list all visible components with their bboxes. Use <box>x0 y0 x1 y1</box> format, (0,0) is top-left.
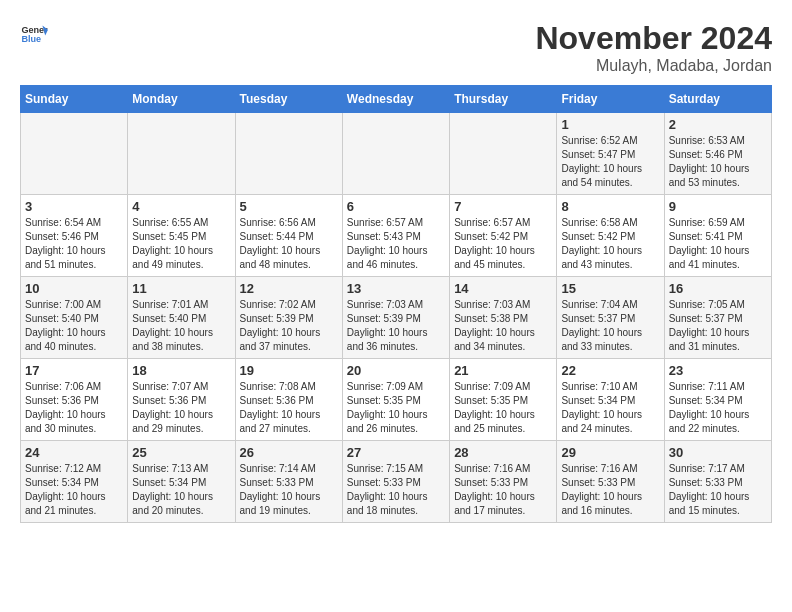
cell-info: Sunrise: 6:56 AM Sunset: 5:44 PM Dayligh… <box>240 216 338 272</box>
cell-info: Sunrise: 6:52 AM Sunset: 5:47 PM Dayligh… <box>561 134 659 190</box>
day-number: 1 <box>561 117 659 132</box>
day-number: 7 <box>454 199 552 214</box>
day-number: 28 <box>454 445 552 460</box>
location-title: Mulayh, Madaba, Jordan <box>535 57 772 75</box>
month-title: November 2024 <box>535 20 772 57</box>
cell-info: Sunrise: 7:16 AM Sunset: 5:33 PM Dayligh… <box>454 462 552 518</box>
day-number: 17 <box>25 363 123 378</box>
cell-info: Sunrise: 7:01 AM Sunset: 5:40 PM Dayligh… <box>132 298 230 354</box>
day-number: 26 <box>240 445 338 460</box>
cell-info: Sunrise: 7:07 AM Sunset: 5:36 PM Dayligh… <box>132 380 230 436</box>
title-block: November 2024 Mulayh, Madaba, Jordan <box>535 20 772 75</box>
calendar-cell: 22Sunrise: 7:10 AM Sunset: 5:34 PM Dayli… <box>557 359 664 441</box>
day-number: 30 <box>669 445 767 460</box>
cell-info: Sunrise: 7:02 AM Sunset: 5:39 PM Dayligh… <box>240 298 338 354</box>
svg-text:Blue: Blue <box>21 34 41 44</box>
calendar-cell <box>21 113 128 195</box>
calendar-cell: 5Sunrise: 6:56 AM Sunset: 5:44 PM Daylig… <box>235 195 342 277</box>
day-number: 24 <box>25 445 123 460</box>
day-number: 12 <box>240 281 338 296</box>
calendar-body: 1Sunrise: 6:52 AM Sunset: 5:47 PM Daylig… <box>21 113 772 523</box>
cell-info: Sunrise: 6:58 AM Sunset: 5:42 PM Dayligh… <box>561 216 659 272</box>
cell-info: Sunrise: 7:09 AM Sunset: 5:35 PM Dayligh… <box>454 380 552 436</box>
calendar-cell: 21Sunrise: 7:09 AM Sunset: 5:35 PM Dayli… <box>450 359 557 441</box>
calendar-week-row: 10Sunrise: 7:00 AM Sunset: 5:40 PM Dayli… <box>21 277 772 359</box>
calendar-cell: 20Sunrise: 7:09 AM Sunset: 5:35 PM Dayli… <box>342 359 449 441</box>
day-number: 23 <box>669 363 767 378</box>
day-number: 25 <box>132 445 230 460</box>
calendar-week-row: 1Sunrise: 6:52 AM Sunset: 5:47 PM Daylig… <box>21 113 772 195</box>
day-number: 4 <box>132 199 230 214</box>
cell-info: Sunrise: 7:16 AM Sunset: 5:33 PM Dayligh… <box>561 462 659 518</box>
cell-info: Sunrise: 7:11 AM Sunset: 5:34 PM Dayligh… <box>669 380 767 436</box>
calendar-table: SundayMondayTuesdayWednesdayThursdayFrid… <box>20 85 772 523</box>
cell-info: Sunrise: 7:08 AM Sunset: 5:36 PM Dayligh… <box>240 380 338 436</box>
day-number: 10 <box>25 281 123 296</box>
calendar-cell: 8Sunrise: 6:58 AM Sunset: 5:42 PM Daylig… <box>557 195 664 277</box>
calendar-cell: 4Sunrise: 6:55 AM Sunset: 5:45 PM Daylig… <box>128 195 235 277</box>
day-number: 15 <box>561 281 659 296</box>
calendar-cell: 2Sunrise: 6:53 AM Sunset: 5:46 PM Daylig… <box>664 113 771 195</box>
calendar-cell: 27Sunrise: 7:15 AM Sunset: 5:33 PM Dayli… <box>342 441 449 523</box>
cell-info: Sunrise: 7:13 AM Sunset: 5:34 PM Dayligh… <box>132 462 230 518</box>
calendar-cell: 16Sunrise: 7:05 AM Sunset: 5:37 PM Dayli… <box>664 277 771 359</box>
weekday-header: Wednesday <box>342 86 449 113</box>
calendar-cell: 30Sunrise: 7:17 AM Sunset: 5:33 PM Dayli… <box>664 441 771 523</box>
page-header: General Blue November 2024 Mulayh, Madab… <box>20 20 772 75</box>
calendar-cell: 26Sunrise: 7:14 AM Sunset: 5:33 PM Dayli… <box>235 441 342 523</box>
day-number: 19 <box>240 363 338 378</box>
calendar-cell <box>235 113 342 195</box>
calendar-cell: 18Sunrise: 7:07 AM Sunset: 5:36 PM Dayli… <box>128 359 235 441</box>
cell-info: Sunrise: 7:12 AM Sunset: 5:34 PM Dayligh… <box>25 462 123 518</box>
weekday-header: Sunday <box>21 86 128 113</box>
calendar-cell: 12Sunrise: 7:02 AM Sunset: 5:39 PM Dayli… <box>235 277 342 359</box>
cell-info: Sunrise: 6:55 AM Sunset: 5:45 PM Dayligh… <box>132 216 230 272</box>
day-number: 22 <box>561 363 659 378</box>
day-number: 6 <box>347 199 445 214</box>
calendar-week-row: 24Sunrise: 7:12 AM Sunset: 5:34 PM Dayli… <box>21 441 772 523</box>
calendar-cell: 19Sunrise: 7:08 AM Sunset: 5:36 PM Dayli… <box>235 359 342 441</box>
calendar-cell: 28Sunrise: 7:16 AM Sunset: 5:33 PM Dayli… <box>450 441 557 523</box>
cell-info: Sunrise: 7:03 AM Sunset: 5:38 PM Dayligh… <box>454 298 552 354</box>
calendar-week-row: 3Sunrise: 6:54 AM Sunset: 5:46 PM Daylig… <box>21 195 772 277</box>
calendar-header-row: SundayMondayTuesdayWednesdayThursdayFrid… <box>21 86 772 113</box>
calendar-cell: 11Sunrise: 7:01 AM Sunset: 5:40 PM Dayli… <box>128 277 235 359</box>
cell-info: Sunrise: 7:14 AM Sunset: 5:33 PM Dayligh… <box>240 462 338 518</box>
calendar-cell <box>128 113 235 195</box>
day-number: 9 <box>669 199 767 214</box>
cell-info: Sunrise: 7:09 AM Sunset: 5:35 PM Dayligh… <box>347 380 445 436</box>
calendar-cell: 1Sunrise: 6:52 AM Sunset: 5:47 PM Daylig… <box>557 113 664 195</box>
calendar-cell: 7Sunrise: 6:57 AM Sunset: 5:42 PM Daylig… <box>450 195 557 277</box>
day-number: 21 <box>454 363 552 378</box>
calendar-cell: 3Sunrise: 6:54 AM Sunset: 5:46 PM Daylig… <box>21 195 128 277</box>
calendar-week-row: 17Sunrise: 7:06 AM Sunset: 5:36 PM Dayli… <box>21 359 772 441</box>
weekday-header: Tuesday <box>235 86 342 113</box>
day-number: 27 <box>347 445 445 460</box>
cell-info: Sunrise: 7:04 AM Sunset: 5:37 PM Dayligh… <box>561 298 659 354</box>
weekday-header: Friday <box>557 86 664 113</box>
logo: General Blue <box>20 20 48 48</box>
cell-info: Sunrise: 7:17 AM Sunset: 5:33 PM Dayligh… <box>669 462 767 518</box>
cell-info: Sunrise: 6:57 AM Sunset: 5:43 PM Dayligh… <box>347 216 445 272</box>
day-number: 14 <box>454 281 552 296</box>
cell-info: Sunrise: 6:57 AM Sunset: 5:42 PM Dayligh… <box>454 216 552 272</box>
calendar-cell: 25Sunrise: 7:13 AM Sunset: 5:34 PM Dayli… <box>128 441 235 523</box>
calendar-cell <box>450 113 557 195</box>
cell-info: Sunrise: 7:15 AM Sunset: 5:33 PM Dayligh… <box>347 462 445 518</box>
cell-info: Sunrise: 7:06 AM Sunset: 5:36 PM Dayligh… <box>25 380 123 436</box>
day-number: 3 <box>25 199 123 214</box>
calendar-cell <box>342 113 449 195</box>
weekday-header: Monday <box>128 86 235 113</box>
calendar-cell: 24Sunrise: 7:12 AM Sunset: 5:34 PM Dayli… <box>21 441 128 523</box>
day-number: 11 <box>132 281 230 296</box>
day-number: 18 <box>132 363 230 378</box>
cell-info: Sunrise: 6:54 AM Sunset: 5:46 PM Dayligh… <box>25 216 123 272</box>
cell-info: Sunrise: 6:53 AM Sunset: 5:46 PM Dayligh… <box>669 134 767 190</box>
calendar-cell: 29Sunrise: 7:16 AM Sunset: 5:33 PM Dayli… <box>557 441 664 523</box>
calendar-cell: 9Sunrise: 6:59 AM Sunset: 5:41 PM Daylig… <box>664 195 771 277</box>
cell-info: Sunrise: 6:59 AM Sunset: 5:41 PM Dayligh… <box>669 216 767 272</box>
cell-info: Sunrise: 7:00 AM Sunset: 5:40 PM Dayligh… <box>25 298 123 354</box>
weekday-header: Saturday <box>664 86 771 113</box>
day-number: 16 <box>669 281 767 296</box>
logo-icon: General Blue <box>20 20 48 48</box>
